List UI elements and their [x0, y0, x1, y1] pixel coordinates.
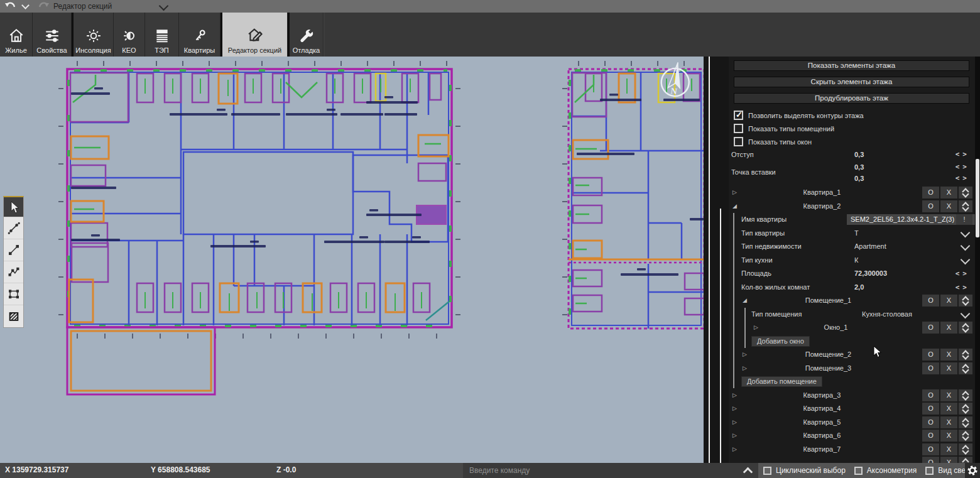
- insert-point-y-spinner[interactable]: <>: [956, 173, 970, 183]
- apartment-type-value[interactable]: T: [854, 227, 859, 241]
- offset-value[interactable]: 0,3: [854, 149, 864, 160]
- reorder-control[interactable]: [959, 430, 972, 442]
- tab-tep[interactable]: ТЭП: [145, 13, 179, 57]
- expand-console-chevron-icon[interactable]: [743, 467, 753, 477]
- delete-button[interactable]: X: [940, 416, 957, 428]
- delete-button[interactable]: X: [940, 403, 957, 415]
- hatch-tool[interactable]: [4, 305, 23, 327]
- dropdown-chevron-icon[interactable]: [961, 308, 971, 318]
- redo-icon[interactable]: [36, 1, 50, 11]
- delete-button[interactable]: X: [940, 349, 957, 361]
- open-button[interactable]: O: [922, 295, 939, 307]
- open-button[interactable]: O: [922, 403, 939, 415]
- splitter-line[interactable]: [709, 57, 710, 463]
- section-selector-chevron-icon[interactable]: [159, 1, 169, 11]
- delete-button[interactable]: X: [940, 457, 957, 463]
- open-button[interactable]: O: [922, 187, 939, 198]
- area-value[interactable]: 72,300003: [854, 267, 887, 281]
- line-tool[interactable]: [4, 239, 23, 261]
- reorder-control[interactable]: [959, 362, 972, 374]
- living-rooms-count-value[interactable]: 2,0: [854, 281, 864, 295]
- undo-history-chevron-icon[interactable]: [21, 1, 30, 9]
- open-button[interactable]: O: [922, 362, 939, 374]
- name-warning-button[interactable]: !: [956, 214, 972, 225]
- insert-point-y-value[interactable]: 0,3: [854, 173, 864, 183]
- reorder-control[interactable]: [959, 389, 972, 401]
- hide-floor-elements-button[interactable]: Скрыть элементы этажа: [734, 77, 969, 87]
- apartment-label[interactable]: Квартира_6: [729, 429, 915, 443]
- open-button[interactable]: O: [922, 457, 939, 463]
- open-button[interactable]: O: [922, 322, 939, 334]
- settings-gear-button[interactable]: [965, 463, 980, 478]
- open-button[interactable]: O: [922, 430, 939, 442]
- rectangle-tool[interactable]: [4, 283, 23, 305]
- kitchen-type-value[interactable]: К: [854, 254, 858, 268]
- axonometry-checkbox[interactable]: [854, 467, 863, 475]
- show-room-types-checkbox[interactable]: [734, 124, 743, 133]
- reorder-control[interactable]: [959, 349, 972, 361]
- reorder-control[interactable]: [959, 443, 972, 455]
- open-button[interactable]: O: [922, 200, 939, 212]
- tab-apartments[interactable]: Квартиры: [179, 13, 220, 57]
- measure-tool[interactable]: [4, 217, 23, 239]
- panel-scrollbar-line[interactable]: [720, 209, 721, 463]
- delete-button[interactable]: X: [940, 389, 957, 401]
- tab-properties[interactable]: Свойства: [33, 13, 72, 57]
- add-room-button[interactable]: Добавить помещение: [741, 376, 822, 387]
- open-button[interactable]: O: [922, 443, 939, 455]
- selected-apartment-region[interactable]: [353, 155, 448, 242]
- dropdown-chevron-icon[interactable]: [961, 241, 971, 251]
- reorder-control[interactable]: [959, 457, 972, 463]
- tab-insolation[interactable]: Инсоляция: [74, 13, 114, 57]
- room-label[interactable]: Помещение_2: [741, 348, 915, 362]
- delete-button[interactable]: X: [940, 322, 957, 334]
- tab-keo[interactable]: КЕО: [114, 13, 145, 57]
- living-rooms-count-spinner[interactable]: <>: [956, 281, 970, 295]
- room-type-value[interactable]: Кухня-столовая: [862, 308, 912, 322]
- delete-button[interactable]: X: [940, 187, 957, 198]
- realty-type-value[interactable]: Apartment: [854, 240, 886, 254]
- open-button[interactable]: O: [922, 389, 939, 401]
- reorder-control[interactable]: [959, 295, 972, 307]
- offset-spinner[interactable]: <>: [956, 149, 970, 160]
- delete-button[interactable]: X: [940, 295, 957, 307]
- open-button[interactable]: O: [922, 349, 939, 361]
- room-label[interactable]: Помещение_1: [741, 294, 915, 308]
- insert-point-x-value[interactable]: 0,3: [854, 162, 864, 172]
- apartment-label[interactable]: Квартира_5: [729, 416, 915, 430]
- delete-button[interactable]: X: [940, 430, 957, 442]
- room-label[interactable]: Помещение_3: [741, 362, 915, 376]
- duplicate-floor-button[interactable]: Продублировать этаж: [734, 93, 969, 104]
- delete-button[interactable]: X: [940, 443, 957, 455]
- add-window-button[interactable]: Добавить окно: [751, 336, 810, 347]
- show-window-types-checkbox[interactable]: [734, 137, 743, 146]
- apartment-label[interactable]: Квартира_4: [729, 402, 915, 416]
- select-tool[interactable]: [4, 197, 23, 217]
- section-selector-label[interactable]: Редактор секций: [53, 2, 112, 11]
- polyline-tool[interactable]: [4, 261, 23, 283]
- apartment-label[interactable]: Квартира_2: [729, 200, 915, 214]
- reorder-control[interactable]: [959, 403, 972, 415]
- scrollbar-thumb[interactable]: [976, 159, 979, 237]
- tab-housing[interactable]: Жилье: [0, 13, 33, 57]
- apartment-label[interactable]: Квартира_3: [729, 389, 915, 403]
- drawing-viewport[interactable]: N: [0, 57, 704, 463]
- tab-debug[interactable]: Отладка: [290, 13, 324, 57]
- delete-button[interactable]: X: [940, 362, 957, 374]
- open-button[interactable]: O: [922, 416, 939, 428]
- cyclic-selection-checkbox[interactable]: [763, 467, 771, 475]
- command-input[interactable]: [463, 463, 738, 478]
- allow-floor-contours-checkbox[interactable]: [734, 111, 743, 120]
- reorder-control[interactable]: [959, 187, 972, 198]
- apartment-label[interactable]: Квартира_1: [729, 186, 915, 200]
- reorder-control[interactable]: [959, 200, 972, 212]
- insert-point-x-spinner[interactable]: <>: [956, 162, 970, 172]
- reorder-control[interactable]: [959, 322, 972, 334]
- reorder-control[interactable]: [959, 416, 972, 428]
- area-spinner[interactable]: <>: [956, 267, 970, 281]
- panel-scrollbar[interactable]: [975, 57, 980, 463]
- delete-button[interactable]: X: [940, 200, 957, 212]
- show-floor-elements-button[interactable]: Показать элементы этажа: [734, 60, 969, 71]
- top-view-checkbox[interactable]: [925, 467, 934, 475]
- viewport-panel-splitter[interactable]: [704, 57, 729, 463]
